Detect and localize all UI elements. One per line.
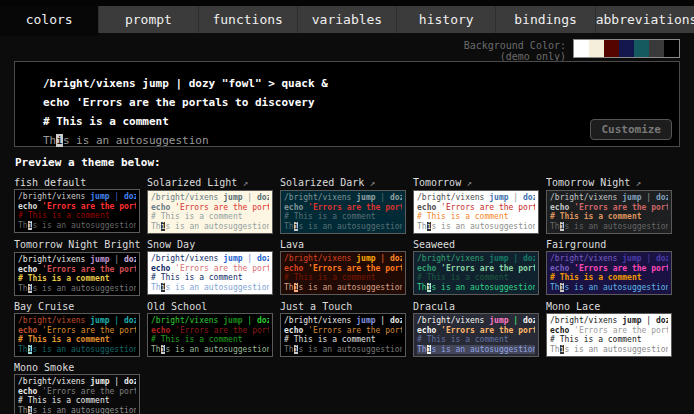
theme-title: Just a Touch	[280, 300, 406, 313]
preview-command-line: /bright/vixens jump | dozy "fowl" > quac…	[417, 193, 535, 203]
theme-preview: /bright/vixens jump | dozy "fowl" > quac…	[413, 313, 539, 357]
preview-command-line: /bright/vixens jump | dozy "fowl" > quac…	[417, 316, 535, 326]
preview-command-line: /bright/vixens jump | dozy "fowl" > quac…	[550, 193, 668, 203]
theme-card-fairground[interactable]: Fairground/bright/vixens jump | dozy "fo…	[546, 238, 672, 296]
theme-preview: /bright/vixens jump | dozy "fowl" > quac…	[280, 313, 406, 357]
preview-command-line: /bright/vixens jump | dozy "fowl" > quac…	[18, 377, 136, 387]
tab-prompt[interactable]: prompt	[99, 6, 198, 33]
theme-preview: /bright/vixens jump | dozy "fowl" > quac…	[546, 313, 672, 357]
preview-autosuggestion-line: This is an autosuggestion	[550, 283, 668, 293]
theme-card-fish-default[interactable]: fish default/bright/vixens jump | dozy "…	[14, 176, 140, 234]
theme-title: Seaweed	[413, 238, 539, 251]
tab-functions[interactable]: functions	[199, 6, 298, 33]
preview-echo-line: echo 'Errors are the portals to discover…	[18, 202, 136, 212]
theme-title: Solarized Dark ↗	[280, 176, 406, 190]
theme-preview: /bright/vixens jump | dozy "fowl" > quac…	[14, 374, 140, 414]
preview-comment-line: # This is a comment	[18, 274, 136, 284]
text-cursor: i	[56, 134, 63, 147]
theme-card-solarized-dark[interactable]: Solarized Dark ↗/bright/vixens jump | do…	[280, 176, 406, 234]
customize-button[interactable]: Customize	[590, 119, 672, 140]
external-link-icon[interactable]: ↗	[237, 178, 248, 188]
tab-history[interactable]: history	[397, 6, 496, 33]
background-swatch-charcoal[interactable]	[649, 40, 664, 57]
theme-card-snow-day[interactable]: Snow Day/bright/vixens jump | dozy "fowl…	[147, 238, 273, 296]
theme-card-bay-cruise[interactable]: Bay Cruise/bright/vixens jump | dozy "fo…	[14, 300, 140, 357]
preview-autosuggestion-line: This is an autosuggestion	[151, 283, 269, 293]
theme-card-dracula[interactable]: Dracula/bright/vixens jump | dozy "fowl"…	[413, 300, 539, 357]
theme-card-seaweed[interactable]: Seaweed/bright/vixens jump | dozy "fowl"…	[413, 238, 539, 296]
preview-command-line: /bright/vixens jump | dozy "fowl" > quac…	[151, 316, 269, 326]
preview-command-line: /bright/vixens jump | dozy "fowl" > quac…	[284, 316, 402, 326]
theme-title: Dracula	[413, 300, 539, 313]
theme-preview: /bright/vixens jump | dozy "fowl" > quac…	[546, 251, 672, 295]
theme-preview: /bright/vixens jump | dozy "fowl" > quac…	[14, 313, 140, 357]
preview-comment-line: # This is a comment	[284, 335, 402, 345]
preview-autosuggestion-line: This is an autosuggestion	[284, 222, 402, 232]
preview-command-line: /bright/vixens jump | dozy "fowl" > quac…	[151, 193, 269, 203]
theme-card-tomorrow-night[interactable]: Tomorrow Night ↗/bright/vixens jump | do…	[546, 176, 672, 234]
preview-echo-line: echo 'Errors are the portals to discover…	[151, 203, 269, 213]
theme-title: Tomorrow ↗	[413, 176, 539, 190]
background-color-label: Background Color: (demo only)	[464, 39, 566, 62]
preview-autosuggestion-line: This is an autosuggestion	[151, 222, 269, 232]
preview-echo-line: echo 'Errors are the portals to discover…	[18, 265, 136, 275]
theme-title: Old School	[147, 300, 273, 313]
theme-preview: /bright/vixens jump | dozy "fowl" > quac…	[413, 190, 539, 234]
theme-title: Lava	[280, 238, 406, 251]
background-swatch-strip	[573, 39, 680, 58]
preview-comment-line: # This is a comment	[417, 335, 535, 345]
theme-card-tomorrow[interactable]: Tomorrow ↗/bright/vixens jump | dozy "fo…	[413, 176, 539, 234]
tab-abbreviations[interactable]: abbreviations	[596, 6, 694, 33]
theme-card-mono-lace[interactable]: Mono Lace/bright/vixens jump | dozy "fow…	[546, 300, 672, 357]
sample-command-line: /bright/vixens jump | dozy "fowl" > quac…	[43, 74, 679, 93]
tab-variables[interactable]: variables	[298, 6, 397, 33]
theme-preview: /bright/vixens jump | dozy "fowl" > quac…	[14, 252, 140, 296]
preview-comment-line: # This is a comment	[550, 335, 668, 345]
theme-card-lava[interactable]: Lava/bright/vixens jump | dozy "fowl" > …	[280, 238, 406, 296]
preview-comment-line: # This is a comment	[18, 335, 136, 345]
preview-echo-line: echo 'Errors are the portals to discover…	[284, 203, 402, 213]
external-link-icon[interactable]: ↗	[630, 178, 641, 188]
preview-echo-line: echo 'Errors are the portals to discover…	[550, 326, 668, 336]
theme-preview: /bright/vixens jump | dozy "fowl" > quac…	[280, 251, 406, 295]
theme-card-mono-smoke[interactable]: Mono Smoke/bright/vixens jump | dozy "fo…	[14, 361, 140, 414]
theme-card-just-a-touch[interactable]: Just a Touch/bright/vixens jump | dozy "…	[280, 300, 406, 357]
background-swatch-navy[interactable]	[619, 40, 634, 57]
tab-colors[interactable]: colors	[0, 6, 99, 33]
preview-command-line: /bright/vixens jump | dozy "fowl" > quac…	[18, 255, 136, 265]
tab-bar: colors prompt functions variables histor…	[0, 6, 694, 33]
preview-autosuggestion-line: This is an autosuggestion	[18, 406, 136, 414]
preview-comment-line: # This is a comment	[151, 335, 269, 345]
theme-card-tomorrow-night-bright[interactable]: Tomorrow Night Bright ↗/bright/vixens ju…	[14, 238, 140, 296]
preview-comment-line: # This is a comment	[550, 212, 668, 222]
preview-echo-line: echo 'Errors are the portals to discover…	[417, 264, 535, 274]
preview-comment-line: # This is a comment	[417, 212, 535, 222]
theme-card-solarized-light[interactable]: Solarized Light ↗/bright/vixens jump | d…	[147, 176, 273, 234]
preview-comment-line: # This is a comment	[550, 273, 668, 283]
preview-command-line: /bright/vixens jump | dozy "fowl" > quac…	[417, 254, 535, 264]
theme-title: Tomorrow Night ↗	[546, 176, 672, 190]
preview-comment-line: # This is a comment	[417, 273, 535, 283]
preview-command-line: /bright/vixens jump | dozy "fowl" > quac…	[284, 193, 402, 203]
preview-comment-line: # This is a comment	[18, 211, 136, 221]
background-swatch-dark-red[interactable]	[604, 40, 619, 57]
preview-autosuggestion-line: This is an autosuggestion	[284, 345, 402, 355]
theme-title: Mono Lace	[546, 300, 672, 313]
theme-preview: /bright/vixens jump | dozy "fowl" > quac…	[413, 251, 539, 295]
preview-command-line: /bright/vixens jump | dozy "fowl" > quac…	[18, 192, 136, 202]
background-swatch-black[interactable]	[664, 40, 679, 57]
preview-autosuggestion-line: This is an autosuggestion	[417, 345, 535, 355]
preview-comment-line: # This is a comment	[151, 273, 269, 283]
theme-title: Mono Smoke	[14, 361, 140, 374]
background-swatch-white[interactable]	[574, 40, 589, 57]
external-link-icon[interactable]: ↗	[364, 178, 375, 188]
background-swatch-cream[interactable]	[589, 40, 604, 57]
preview-echo-line: echo 'Errors are the portals to discover…	[417, 203, 535, 213]
background-swatch-teal[interactable]	[634, 40, 649, 57]
preview-comment-line: # This is a comment	[18, 396, 136, 406]
theme-card-old-school[interactable]: Old School/bright/vixens jump | dozy "fo…	[147, 300, 273, 357]
tab-bindings[interactable]: bindings	[496, 6, 595, 33]
theme-preview: /bright/vixens jump | dozy "fowl" > quac…	[546, 190, 672, 234]
preview-autosuggestion-line: This is an autosuggestion	[284, 283, 402, 293]
external-link-icon[interactable]: ↗	[461, 178, 472, 188]
